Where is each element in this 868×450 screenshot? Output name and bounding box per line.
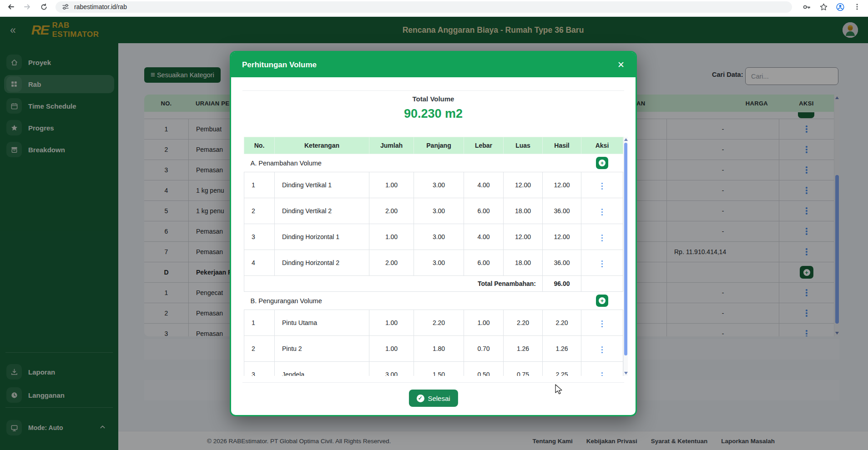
section-total-value: 96.00 — [543, 276, 581, 292]
row-menu-button[interactable] — [599, 318, 606, 330]
volume-cell: 3.00 — [369, 362, 414, 376]
back-icon[interactable] — [6, 2, 15, 11]
volume-row: 1Pintu Utama1.002.201.002.202.20 — [244, 310, 623, 336]
volume-cell: 4 — [244, 250, 275, 276]
row-menu-button[interactable] — [599, 344, 606, 356]
volume-cell: 2.20 — [504, 310, 543, 336]
volume-cell: 3 — [244, 224, 275, 250]
volume-row: 4Dinding Horizontal 22.003.006.0018.0036… — [244, 250, 623, 276]
volume-cell: 12.00 — [543, 172, 581, 198]
volume-cell: 1 — [244, 310, 275, 336]
section-label: B. Pengurangan Volume — [244, 292, 581, 310]
dot — [601, 326, 603, 328]
volume-row: 2Dinding Vertikal 22.003.006.0018.0036.0… — [244, 198, 623, 224]
volume-cell: 2.00 — [369, 250, 414, 276]
add-row-button[interactable] — [596, 157, 608, 169]
modal-header: Perhitungan Volume ✕ — [231, 52, 636, 77]
volume-table-header-row: No.KeteranganJumlahPanjangLebarLuasHasil… — [244, 137, 623, 154]
forward-icon[interactable] — [23, 2, 32, 11]
volume-cell: 36.00 — [543, 250, 581, 276]
volume-cell: 6.00 — [464, 198, 504, 224]
browser-actions — [802, 2, 862, 11]
volume-cell: 1.00 — [369, 336, 414, 362]
address-bar[interactable]: rabestimator.id/rab — [56, 1, 792, 13]
section-total-label: Total Penambahan: — [244, 276, 543, 292]
volume-cell: 1.00 — [369, 172, 414, 198]
modal-divider — [242, 90, 624, 91]
dot — [601, 372, 603, 374]
scroll-up-icon[interactable] — [624, 138, 628, 141]
volume-cell: 2.20 — [543, 310, 581, 336]
volume-table-wrap: No.KeteranganJumlahPanjangLebarLuasHasil… — [244, 137, 628, 376]
volume-cell: Pintu 2 — [275, 336, 369, 362]
volume-cell: 4.00 — [464, 224, 504, 250]
scrollbar-thumb[interactable] — [624, 143, 627, 355]
volume-cell: 36.00 — [543, 198, 581, 224]
volume-cell: 6.00 — [464, 250, 504, 276]
browser-profile-icon[interactable] — [836, 2, 845, 11]
close-icon[interactable]: ✕ — [617, 60, 625, 69]
plus-icon — [599, 160, 606, 166]
row-actions — [581, 362, 623, 376]
volume-col-header: No. — [244, 137, 275, 154]
row-menu-button[interactable] — [599, 206, 606, 218]
screen: rabestimator.id/rab RE RAB ESTIMATOR Ren… — [0, 0, 868, 450]
browser-menu-icon[interactable] — [853, 2, 862, 11]
volume-cell: 2.00 — [369, 198, 414, 224]
volume-col-header: Hasil — [543, 137, 581, 154]
volume-cell: 4.00 — [464, 172, 504, 198]
done-button[interactable]: Selesai — [409, 390, 458, 407]
password-key-icon[interactable] — [802, 2, 811, 11]
dot — [601, 209, 603, 210]
row-menu-button[interactable] — [599, 370, 606, 376]
volume-cell: 3.00 — [414, 198, 464, 224]
dot — [601, 352, 603, 354]
volume-modal: Perhitungan Volume ✕ Total Volume 90.230… — [230, 51, 637, 416]
volume-cell: Pintu Utama — [275, 310, 369, 336]
row-menu-button[interactable] — [599, 232, 606, 244]
done-button-label: Selesai — [428, 395, 450, 402]
dot — [601, 260, 603, 262]
dot — [601, 211, 603, 213]
site-settings-icon[interactable] — [61, 2, 70, 11]
volume-cell: 18.00 — [504, 250, 543, 276]
browser-toolbar: rabestimator.id/rab — [0, 0, 868, 17]
dot — [601, 183, 603, 185]
volume-cell: 2 — [244, 336, 275, 362]
volume-cell: 0.50 — [464, 362, 504, 376]
check-icon — [416, 395, 424, 402]
volume-row: 3Dinding Horizontal 11.003.004.0012.0012… — [244, 224, 623, 250]
section-label: A. Penambahan Volume — [244, 154, 581, 172]
section-row: B. Pengurangan Volume — [244, 292, 623, 310]
modal-table-scrollbar[interactable] — [623, 137, 628, 376]
row-menu-button[interactable] — [599, 258, 606, 270]
section-total-row: Total Penambahan:96.00 — [244, 276, 623, 292]
volume-cell: 1.00 — [369, 224, 414, 250]
row-actions — [581, 198, 623, 224]
row-menu-button[interactable] — [599, 180, 606, 192]
reload-icon[interactable] — [39, 2, 48, 11]
volume-cell: 1.00 — [369, 310, 414, 336]
volume-cell: 0.70 — [464, 336, 504, 362]
url-text: rabestimator.id/rab — [74, 3, 127, 10]
scroll-down-icon[interactable] — [624, 372, 628, 375]
volume-table: No.KeteranganJumlahPanjangLebarLuasHasil… — [244, 137, 623, 376]
volume-cell: Dinding Vertikal 1 — [275, 172, 369, 198]
volume-cell: 2.25 — [543, 362, 581, 376]
volume-cell: Dinding Horizontal 2 — [275, 250, 369, 276]
dot — [601, 185, 603, 187]
volume-col-header: Aksi — [581, 137, 623, 154]
volume-cell: 1.26 — [504, 336, 543, 362]
row-actions — [581, 310, 623, 336]
dot — [601, 320, 603, 322]
dot — [601, 349, 603, 351]
section-row: A. Penambahan Volume — [244, 154, 623, 172]
add-row-button[interactable] — [596, 295, 608, 307]
bookmark-star-icon[interactable] — [819, 2, 828, 11]
volume-cell: 3.00 — [414, 224, 464, 250]
volume-cell: 2 — [244, 198, 275, 224]
volume-cell: 1.50 — [414, 362, 464, 376]
plus-icon — [599, 297, 606, 304]
volume-col-header: Lebar — [464, 137, 504, 154]
volume-cell: 1 — [244, 172, 275, 198]
